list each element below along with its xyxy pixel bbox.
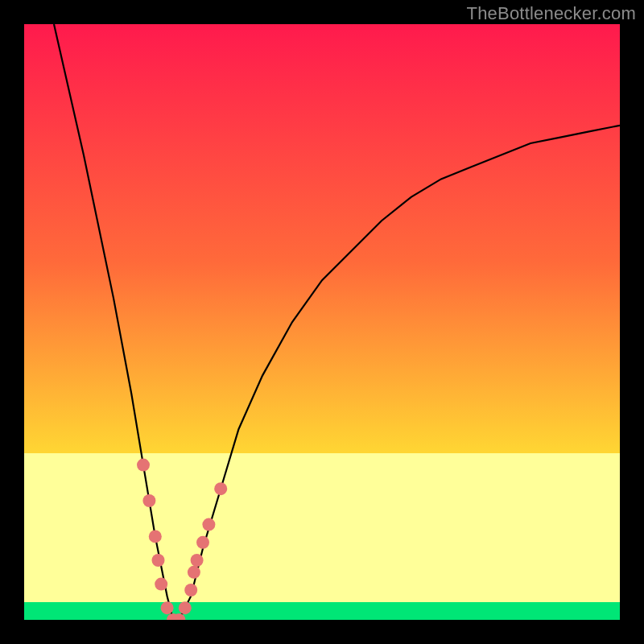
scatter-dot (191, 554, 204, 567)
scatter-dot (149, 530, 162, 543)
gradient-background (24, 24, 620, 620)
scatter-dot (155, 578, 167, 591)
scatter-dot (179, 601, 192, 614)
bottleneck-chart (24, 24, 620, 620)
attribution-text: TheBottlenecker.com (467, 3, 636, 24)
plot-area (24, 24, 620, 620)
scatter-dot (137, 459, 150, 472)
scatter-dot (161, 601, 174, 614)
scatter-dot (202, 518, 215, 531)
scatter-dot (184, 584, 197, 597)
scatter-dot (214, 482, 227, 495)
scatter-dot (142, 494, 155, 507)
chart-frame: TheBottlenecker.com (0, 0, 644, 644)
scatter-dot (196, 536, 209, 549)
scatter-dot (188, 566, 200, 579)
scatter-dot (152, 554, 165, 567)
